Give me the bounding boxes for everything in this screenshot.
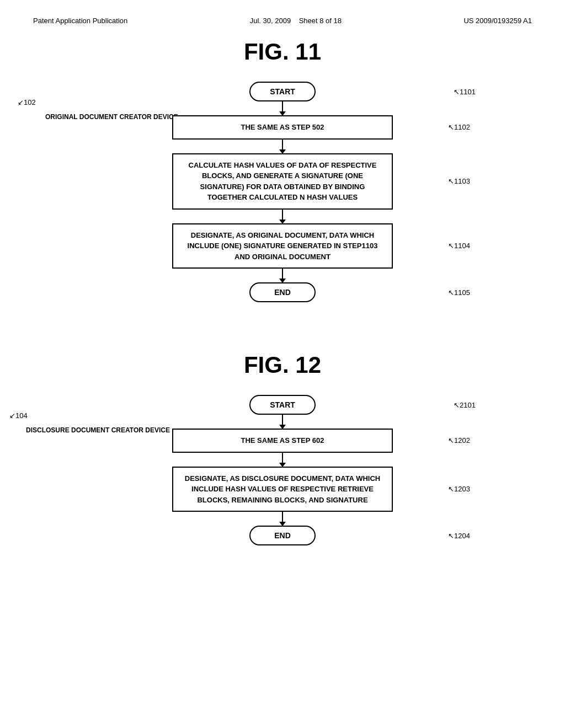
fig12-flow: DISCLOSURE DOCUMENT CREATOR DEVICE ↙104 …: [139, 395, 426, 545]
fig11-diagram: ORIGINAL DOCUMENT CREATOR DEVICE ↙102 ST…: [33, 82, 532, 302]
fig12-ref-1202: ↖1202: [448, 436, 470, 445]
fig11-step1102-item: THE SAME AS STEP 502 ↖1102: [139, 115, 426, 140]
fig12-ref-2101: ↖2101: [454, 401, 476, 409]
header-center: Jul. 30, 2009 Sheet 8 of 18: [250, 17, 342, 25]
fig11-end-box: END: [249, 282, 316, 302]
fig12-ref-1204: ↖1204: [448, 532, 470, 540]
fig11-ref-1105: ↖1105: [448, 288, 470, 297]
fig11-arrow1: [282, 101, 283, 115]
fig11-start-box: START: [249, 82, 316, 101]
fig12-step1202-box: THE SAME AS STEP 602: [172, 429, 393, 453]
publication-type: Patent Application Publication: [33, 17, 127, 25]
publication-date: Jul. 30, 2009: [250, 17, 291, 25]
page-header: Patent Application Publication Jul. 30, …: [33, 17, 532, 28]
fig11-ref-1102: ↖1102: [448, 123, 470, 131]
fig11-ref-1104: ↖1104: [448, 242, 470, 250]
fig11-step1103-box: CALCULATE HASH VALUES OF DATA OF RESPECT…: [172, 153, 393, 210]
fig11-ref-1101: ↖1101: [454, 88, 476, 96]
patent-number: US 2009/0193259 A1: [463, 17, 532, 25]
fig11-step1104-box: DESIGNATE, AS ORIGINAL DOCUMENT, DATA WH…: [172, 223, 393, 269]
fig12-ref-104: ↙104: [9, 411, 28, 420]
fig11-step1104-item: DESIGNATE, AS ORIGINAL DOCUMENT, DATA WH…: [139, 223, 426, 269]
fig11-title: FIG. 11: [33, 39, 532, 65]
fig11-ref-1103: ↖1103: [448, 177, 470, 185]
fig11-ref-102: ↙102: [18, 98, 36, 106]
fig11-step1103-item: CALCULATE HASH VALUES OF DATA OF RESPECT…: [139, 153, 426, 210]
fig12-step1203-item: DESIGNATE, AS DISCLOSURE DOCUMENT, DATA …: [139, 467, 426, 512]
fig12-start-box: START: [249, 395, 316, 415]
header-right: US 2009/0193259 A1: [463, 17, 532, 25]
fig12-arrow3: [282, 512, 283, 526]
fig11-arrow4: [282, 269, 283, 282]
fig11-arrow3: [282, 210, 283, 223]
fig11-flow: ORIGINAL DOCUMENT CREATOR DEVICE ↙102 ST…: [139, 82, 426, 302]
fig12-diagram: DISCLOSURE DOCUMENT CREATOR DEVICE ↙104 …: [33, 395, 532, 545]
sheet-info: Sheet 8 of 18: [299, 17, 342, 25]
fig11-arrow2: [282, 140, 283, 153]
fig12-step1202-item: THE SAME AS STEP 602 ↖1202: [139, 429, 426, 453]
fig12-title: FIG. 12: [33, 352, 532, 378]
fig12-arrow1: [282, 415, 283, 429]
fig12-step1203-box: DESIGNATE, AS DISCLOSURE DOCUMENT, DATA …: [172, 467, 393, 512]
fig12-section: FIG. 12 DISCLOSURE DOCUMENT CREATOR DEVI…: [33, 352, 532, 545]
fig12-start-item: START ↖2101: [139, 395, 426, 415]
fig11-step1102-box: THE SAME AS STEP 502: [172, 115, 393, 140]
fig12-arrow2: [282, 453, 283, 467]
fig11-end-item: END ↖1105: [139, 282, 426, 302]
fig12-end-item: END ↖1204: [139, 526, 426, 545]
fig12-ref-1203: ↖1203: [448, 485, 470, 493]
fig11-section: FIG. 11 ORIGINAL DOCUMENT CREATOR DEVICE…: [33, 39, 532, 302]
fig12-end-box: END: [249, 526, 316, 545]
header-left: Patent Application Publication: [33, 17, 127, 25]
fig11-start-item: START ↖1101: [139, 82, 426, 101]
